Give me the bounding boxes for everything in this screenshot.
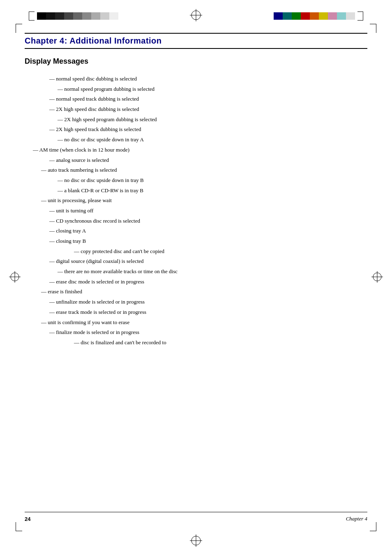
color-swatch xyxy=(46,12,55,20)
side-crosshair-right xyxy=(371,271,383,284)
chapter-title: Chapter 4: Additional Information xyxy=(25,36,367,46)
color-swatch xyxy=(319,12,328,20)
list-item: — 2X high speed track dubbing is selecte… xyxy=(33,124,367,135)
bracket-right xyxy=(357,12,363,21)
chapter-heading: Chapter 4: Additional Information xyxy=(25,33,367,49)
list-item: — normal speed track dubbing is selected xyxy=(33,94,367,104)
color-swatch xyxy=(100,12,109,20)
color-bar-left xyxy=(37,12,118,20)
corner-mark-tl xyxy=(16,24,22,33)
list-item: — unfinalize mode is selected or in prog… xyxy=(33,297,367,307)
list-item: — unit is turning off xyxy=(33,206,367,216)
list-item: — disc is finalized and can't be recorde… xyxy=(33,338,367,348)
bottom-marks xyxy=(0,534,392,547)
color-swatch xyxy=(37,12,46,20)
list-item: — analog source is selected xyxy=(33,155,367,166)
page: Chapter 4: Additional Information Displa… xyxy=(0,0,392,555)
list-item: — auto track numbering is selected xyxy=(33,165,367,175)
color-swatch xyxy=(301,12,310,20)
color-swatch xyxy=(283,12,292,20)
list-item: — digital source (digital coaxial) is se… xyxy=(33,256,367,267)
list-item: — erase is finished xyxy=(33,287,367,297)
list-item: — unit is confirming if you want to eras… xyxy=(33,318,367,328)
color-swatch xyxy=(55,12,64,20)
list-item: — unit is processing, please wait xyxy=(33,196,367,206)
list-item: — normal speed disc dubbing is selected xyxy=(33,74,367,84)
corner-mark-br xyxy=(370,522,376,531)
top-right-marks xyxy=(274,12,363,21)
list-item: — no disc or disc upside down in tray A xyxy=(33,135,367,145)
top-left-marks xyxy=(29,12,118,21)
list-item: — there are no more available tracks or … xyxy=(33,267,367,277)
color-swatch xyxy=(337,12,346,20)
list-item: — copy protected disc and can't be copie… xyxy=(33,246,367,257)
list-item: — erase track mode is selected or in pro… xyxy=(33,307,367,318)
content-area: — normal speed disc dubbing is selected—… xyxy=(25,74,367,348)
color-swatch xyxy=(82,12,91,20)
section-heading: Display Messages xyxy=(25,57,367,66)
corner-mark-bl xyxy=(16,522,22,531)
list-item: — a blank CD-R or CD-RW is in tray B xyxy=(33,186,367,196)
top-marks xyxy=(25,0,367,29)
list-item: — AM time (when clock is in 12 hour mode… xyxy=(33,145,367,155)
list-item: — 2X high speed disc dubbing is selected xyxy=(33,104,367,115)
list-item: — 2X high speed program dubbing is selec… xyxy=(33,115,367,125)
color-swatch xyxy=(274,12,283,20)
color-swatch xyxy=(73,12,82,20)
side-crosshair-left xyxy=(9,271,21,284)
list-item: — closing tray A xyxy=(33,226,367,236)
list-item: — finalize mode is selected or in progre… xyxy=(33,327,367,338)
color-swatch xyxy=(91,12,100,20)
bracket-left xyxy=(29,12,35,21)
color-swatch xyxy=(310,12,319,20)
color-swatch xyxy=(292,12,301,20)
list-item: — no disc or disc upside down in tray B xyxy=(33,175,367,186)
color-swatch xyxy=(64,12,73,20)
top-center-crosshair xyxy=(190,9,202,23)
list-item: — closing tray B xyxy=(33,236,367,246)
message-list: — normal speed disc dubbing is selected—… xyxy=(33,74,367,348)
color-bar-right xyxy=(274,12,355,20)
color-swatch xyxy=(109,12,118,20)
footer: 24 Chapter 4 xyxy=(25,512,367,522)
list-item: — erase disc mode is selected or in prog… xyxy=(33,277,367,287)
footer-chapter-label: Chapter 4 xyxy=(346,516,367,522)
list-item: — CD synchronous disc record is selected xyxy=(33,216,367,226)
color-swatch xyxy=(346,12,355,20)
page-number: 24 xyxy=(25,516,30,522)
corner-mark-tr xyxy=(370,24,376,33)
color-swatch xyxy=(328,12,337,20)
list-item: — normal speed program dubbing is select… xyxy=(33,84,367,94)
